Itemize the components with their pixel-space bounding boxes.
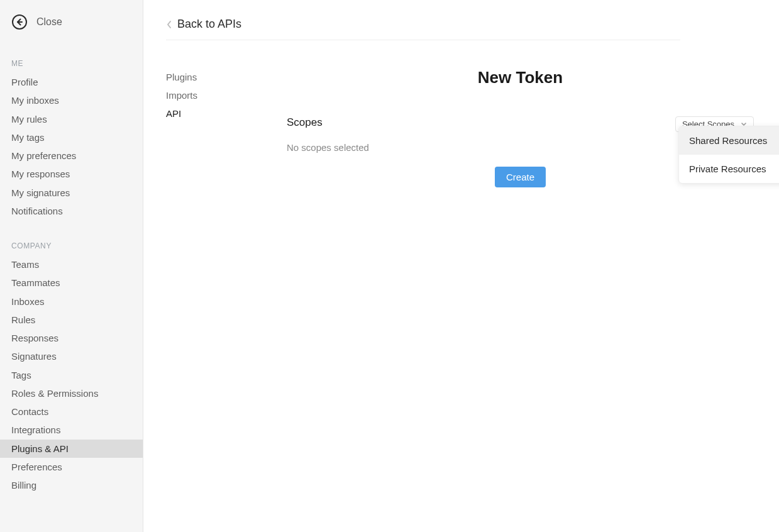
- sidebar-item-teammates[interactable]: Teammates: [0, 274, 143, 292]
- scopes-dropdown-menu: Shared Resources Private Resources: [678, 126, 779, 184]
- sidebar-item-my-signatures[interactable]: My signatures: [0, 184, 143, 202]
- dropdown-option-shared-resources[interactable]: Shared Resources: [679, 126, 779, 155]
- sidebar-item-my-preferences[interactable]: My preferences: [0, 147, 143, 165]
- subnav: Plugins Imports API: [166, 68, 257, 187]
- sidebar-item-teams[interactable]: Teams: [0, 255, 143, 274]
- sidebar-item-integrations[interactable]: Integrations: [0, 421, 143, 439]
- main-panel: New Token Scopes Select Scopes No scopes…: [287, 68, 754, 187]
- sidebar-item-contacts[interactable]: Contacts: [0, 402, 143, 421]
- sidebar-item-profile[interactable]: Profile: [0, 73, 143, 91]
- settings-sidebar: Close ME Profile My inboxes My rules My …: [0, 0, 143, 532]
- sidebar-item-rules[interactable]: Rules: [0, 311, 143, 329]
- sidebar-item-roles-permissions[interactable]: Roles & Permissions: [0, 384, 143, 402]
- subnav-api[interactable]: API: [166, 104, 257, 123]
- sidebar-section-company-header: COMPANY: [0, 220, 143, 255]
- sidebar-item-preferences[interactable]: Preferences: [0, 458, 143, 476]
- close-label: Close: [36, 16, 62, 28]
- back-label: Back to APIs: [177, 18, 241, 31]
- sidebar-item-plugins-api[interactable]: Plugins & API: [0, 440, 143, 458]
- dropdown-option-private-resources[interactable]: Private Resources: [679, 155, 779, 183]
- chevron-left-icon: [166, 20, 172, 29]
- scopes-heading: Scopes: [287, 116, 323, 129]
- sidebar-item-responses[interactable]: Responses: [0, 329, 143, 347]
- sidebar-item-billing[interactable]: Billing: [0, 476, 143, 494]
- content-area: Back to APIs Plugins Imports API New Tok…: [143, 0, 779, 532]
- sidebar-item-inboxes[interactable]: Inboxes: [0, 292, 143, 311]
- sidebar-item-notifications[interactable]: Notifications: [0, 202, 143, 220]
- sidebar-item-tags[interactable]: Tags: [0, 366, 143, 384]
- close-button[interactable]: Close: [0, 14, 143, 48]
- sidebar-item-signatures[interactable]: Signatures: [0, 347, 143, 365]
- subnav-imports[interactable]: Imports: [166, 86, 257, 104]
- sidebar-item-my-inboxes[interactable]: My inboxes: [0, 91, 143, 109]
- sidebar-item-my-responses[interactable]: My responses: [0, 165, 143, 183]
- subnav-plugins[interactable]: Plugins: [166, 68, 257, 86]
- sidebar-section-me-header: ME: [0, 48, 143, 73]
- sidebar-item-my-tags[interactable]: My tags: [0, 128, 143, 147]
- back-to-apis-link[interactable]: Back to APIs: [166, 18, 680, 40]
- arrow-left-circle-icon: [11, 14, 28, 30]
- sidebar-item-my-rules[interactable]: My rules: [0, 110, 143, 128]
- page-title: New Token: [287, 68, 754, 87]
- create-button[interactable]: Create: [495, 167, 546, 187]
